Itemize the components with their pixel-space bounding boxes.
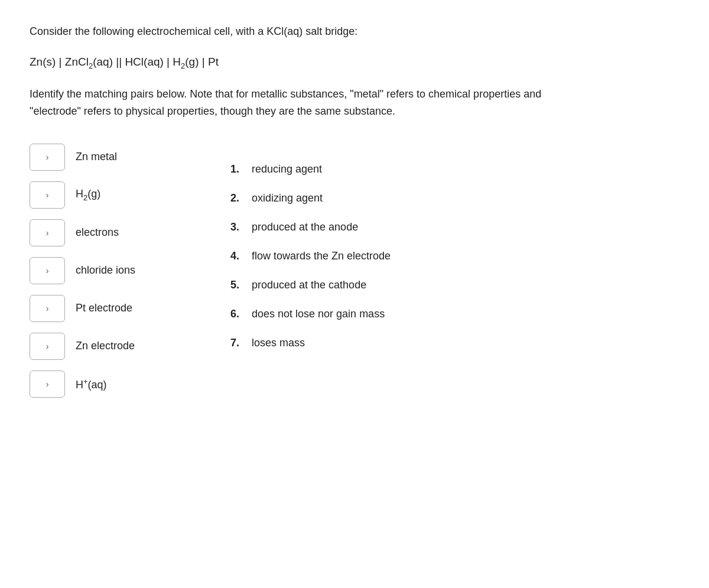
matching-container: › Zn metal › H2(g) › electrons › chlorid… (30, 144, 679, 398)
left-column: › Zn metal › H2(g) › electrons › chlorid… (30, 144, 195, 398)
right-item-7: 7. loses mass (230, 335, 467, 351)
right-item-3: 3. produced at the anode (230, 219, 467, 235)
right-text-1: reducing agent (252, 161, 322, 177)
dropdown-h-plus[interactable]: › (30, 371, 65, 398)
left-item-h-plus: › H+(aq) (30, 371, 195, 398)
dropdown-h2-gas[interactable]: › (30, 181, 65, 209)
chevron-icon-zn-electrode: › (46, 342, 49, 351)
right-text-4: flow towards the Zn electrode (252, 248, 391, 264)
left-item-zn-electrode: › Zn electrode (30, 333, 195, 360)
right-text-3: produced at the anode (252, 219, 358, 235)
left-item-chloride-ions: › chloride ions (30, 257, 195, 284)
label-zn-metal: Zn metal (76, 151, 117, 163)
right-number-3: 3. (230, 219, 247, 235)
left-item-zn-metal: › Zn metal (30, 144, 195, 171)
right-item-1: 1. reducing agent (230, 161, 467, 177)
left-item-electrons: › electrons (30, 219, 195, 246)
right-text-7: loses mass (252, 335, 305, 351)
label-pt-electrode: Pt electrode (76, 302, 132, 314)
right-number-1: 1. (230, 161, 247, 177)
left-item-h2-gas: › H2(g) (30, 181, 195, 209)
right-number-4: 4. (230, 248, 247, 264)
dropdown-chloride-ions[interactable]: › (30, 257, 65, 284)
chevron-icon-electrons: › (46, 228, 49, 238)
left-item-pt-electrode: › Pt electrode (30, 295, 195, 322)
right-text-5: produced at the cathode (252, 277, 366, 293)
right-item-2: 2. oxidizing agent (230, 190, 467, 206)
right-text-2: oxidizing agent (252, 190, 323, 206)
dropdown-zn-metal[interactable]: › (30, 144, 65, 171)
label-h2-gas: H2(g) (76, 188, 100, 202)
cell-notation: Zn(s) | ZnCl2(aq) || HCl(aq) | H2(g) | P… (30, 54, 679, 72)
right-number-6: 6. (230, 306, 247, 322)
description: Identify the matching pairs below. Note … (30, 86, 561, 120)
right-text-6: does not lose nor gain mass (252, 306, 385, 322)
label-chloride-ions: chloride ions (76, 264, 135, 277)
chevron-icon-pt-electrode: › (46, 304, 49, 313)
right-number-7: 7. (230, 335, 247, 351)
chevron-icon-zn-metal: › (46, 152, 49, 162)
right-item-5: 5. produced at the cathode (230, 277, 467, 293)
label-zn-electrode: Zn electrode (76, 340, 135, 352)
right-number-2: 2. (230, 190, 247, 206)
right-number-5: 5. (230, 277, 247, 293)
chevron-icon-chloride-ions: › (46, 266, 49, 275)
intro-line1: Consider the following electrochemical c… (30, 24, 679, 40)
chevron-icon-h-plus: › (46, 379, 49, 389)
dropdown-pt-electrode[interactable]: › (30, 295, 65, 322)
right-item-4: 4. flow towards the Zn electrode (230, 248, 467, 264)
right-item-6: 6. does not lose nor gain mass (230, 306, 467, 322)
label-electrons: electrons (76, 226, 119, 239)
dropdown-electrons[interactable]: › (30, 219, 65, 246)
right-column: 1. reducing agent 2. oxidizing agent 3. … (230, 144, 467, 351)
label-h-plus: H+(aq) (76, 377, 107, 391)
chevron-icon-h2-gas: › (46, 190, 49, 200)
dropdown-zn-electrode[interactable]: › (30, 333, 65, 360)
